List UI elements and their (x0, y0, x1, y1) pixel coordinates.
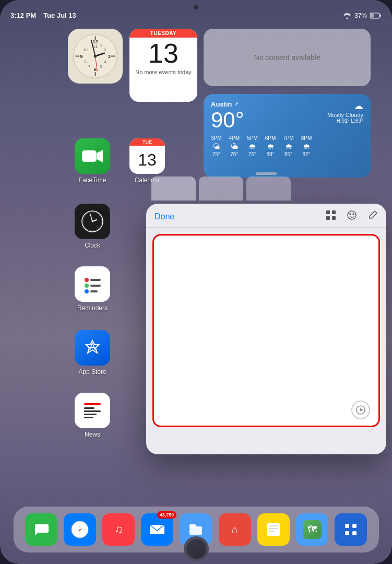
svg-rect-46 (326, 216, 330, 220)
weather-city: Austin (211, 100, 232, 108)
grid-icon[interactable] (326, 210, 336, 223)
svg-rect-40 (84, 407, 94, 409)
no-content-widget[interactable]: No content available (204, 29, 371, 86)
calendar-day-name: TUESDAY (129, 29, 197, 38)
popup-action-icons (326, 210, 378, 223)
svg-point-48 (348, 211, 356, 219)
news-icon (75, 393, 110, 428)
svg-text:5: 5 (100, 64, 102, 69)
popup-header: Done (146, 204, 386, 228)
weather-hour-item: 4PM🌥76° (229, 135, 240, 157)
weather-widget[interactable]: Austin ↗ 90° ☁ Mostly Cloudy H:91° L:69°… (204, 94, 371, 178)
dock-app-store-grid[interactable] (335, 513, 367, 546)
weather-hi-lo: H:91° L:69° (327, 118, 363, 124)
done-button[interactable]: Done (155, 212, 174, 221)
app-clock[interactable]: Clock (75, 204, 110, 249)
svg-line-29 (90, 214, 92, 221)
clock-face-svg: 12 6 9 3 11 1 2 4 5 7 8 10 (70, 31, 120, 81)
svg-rect-44 (326, 210, 330, 214)
wifi-icon (343, 13, 351, 19)
svg-point-31 (85, 278, 89, 282)
svg-rect-34 (90, 285, 101, 287)
svg-rect-80 (345, 531, 349, 535)
news-label: News (85, 431, 100, 438)
svg-text:3: 3 (108, 53, 110, 59)
svg-rect-65 (189, 526, 202, 535)
ipad-frame: 3:12 PM Tue Jul 13 37% (0, 0, 392, 564)
battery-percent: 37% (354, 12, 367, 19)
popup-content-area (152, 234, 380, 427)
svg-rect-42 (84, 414, 97, 415)
svg-marker-25 (97, 150, 103, 162)
svg-text:🗺: 🗺 (307, 524, 317, 535)
svg-rect-43 (84, 417, 93, 418)
svg-text:12: 12 (92, 39, 98, 44)
weather-hour-item: 6PM🌧88° (265, 135, 276, 157)
calendar-app-icon: TUE 13 (129, 138, 165, 174)
dock-direct[interactable]: ⌂ (219, 513, 251, 546)
dock-notes[interactable] (257, 513, 290, 546)
weather-hourly: 3PM🌤75°4PM🌥76°5PM🌧76°6PM🌧88°7PM🌧85°8PM🌧8… (211, 135, 363, 157)
badge-mail: 43,759 (157, 511, 177, 519)
svg-point-30 (92, 221, 93, 222)
popup-overlay: Done (146, 204, 386, 454)
appstore-label: App Store (78, 368, 106, 375)
app-facetime[interactable]: FaceTime (75, 138, 110, 184)
weather-condition-area: ☁ Mostly Cloudy H:91° L:69° (327, 100, 363, 124)
svg-point-23 (94, 55, 97, 58)
svg-point-50 (353, 214, 354, 215)
app-news[interactable]: News (75, 393, 110, 438)
appstore-icon: A (75, 330, 110, 366)
dock-safari[interactable] (64, 513, 96, 546)
svg-text:8: 8 (84, 60, 86, 64)
reminders-label: Reminders (77, 304, 108, 312)
clock-app-icon (75, 204, 110, 239)
dock-maps[interactable]: 🗺 (296, 513, 328, 546)
svg-text:9: 9 (80, 53, 82, 59)
svg-rect-39 (84, 403, 101, 405)
weather-hour-item: 8PM🌧82° (301, 135, 312, 157)
svg-rect-47 (332, 216, 336, 220)
tab-preview-1[interactable] (151, 177, 196, 201)
browser-tabs-preview (151, 177, 291, 201)
dock-messages[interactable] (25, 513, 57, 546)
weather-condition: Mostly Cloudy (327, 112, 363, 118)
facetime-icon (75, 138, 110, 174)
svg-point-49 (350, 214, 351, 215)
svg-rect-79 (352, 524, 357, 528)
weather-hour-item: 3PM🌤75° (211, 135, 222, 157)
svg-rect-45 (332, 210, 336, 214)
svg-rect-66 (189, 524, 196, 527)
status-bar: 3:12 PM Tue Jul 13 37% (10, 11, 382, 19)
svg-text:6: 6 (94, 66, 97, 72)
edit-icon[interactable] (367, 210, 378, 223)
status-date: Tue Jul 13 (43, 11, 76, 19)
app-appstore[interactable]: A App Store (75, 330, 110, 375)
svg-rect-77 (341, 520, 360, 539)
status-right: 37% (343, 12, 382, 19)
calendar-small-widget[interactable]: TUESDAY 13 No more events today (129, 29, 197, 102)
calendar-day-number: 13 (129, 38, 197, 67)
clock-label: Clock (85, 242, 100, 249)
status-time: 3:12 PM (10, 11, 36, 19)
home-button[interactable] (184, 536, 209, 561)
tab-preview-2[interactable] (199, 177, 243, 201)
svg-text:A: A (89, 342, 96, 352)
svg-rect-32 (90, 279, 101, 281)
dock-music[interactable]: ♫ (102, 513, 135, 546)
tab-preview-3[interactable] (246, 177, 291, 201)
emoji-icon[interactable] (347, 210, 357, 223)
svg-rect-78 (345, 524, 349, 528)
svg-text:10: 10 (83, 48, 87, 52)
svg-text:7: 7 (88, 64, 90, 69)
svg-text:2: 2 (104, 48, 106, 52)
facetime-label: FaceTime (79, 177, 106, 184)
battery-icon (370, 13, 382, 19)
svg-text:♫: ♫ (114, 523, 123, 536)
clock-widget[interactable]: 12 6 9 3 11 1 2 4 5 7 8 10 (68, 29, 123, 84)
weather-hour-item: 5PM🌧76° (247, 135, 258, 157)
app-reminders[interactable]: Reminders (75, 266, 110, 312)
no-content-text: No content available (254, 53, 320, 62)
dock-mail[interactable]: 43,759 (141, 513, 173, 546)
svg-rect-24 (82, 150, 97, 162)
